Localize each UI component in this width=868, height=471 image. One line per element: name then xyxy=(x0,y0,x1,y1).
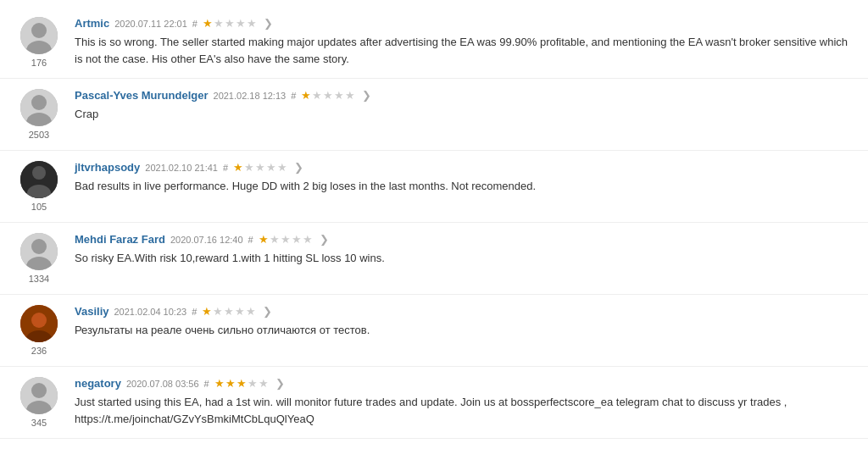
star-icon: ★ xyxy=(281,233,291,246)
star-rating: ★★★★★ xyxy=(214,377,269,390)
star-icon: ★ xyxy=(292,233,302,246)
share-icon[interactable]: ❯ xyxy=(294,161,303,174)
svg-point-13 xyxy=(31,313,47,328)
share-icon[interactable]: ❯ xyxy=(362,89,371,102)
review-date: 2021.02.04 10:23 xyxy=(114,307,186,317)
review-text: Результаты на реале очень сильно отличаю… xyxy=(75,322,854,339)
star-icon: ★ xyxy=(202,305,212,318)
reviewer-name: jltvrhapsody xyxy=(75,161,140,174)
share-icon[interactable]: ❯ xyxy=(263,305,272,318)
share-icon[interactable]: ❯ xyxy=(264,17,273,30)
review-header: jltvrhapsody 2021.02.10 21:41 # ★★★★★ ❯ xyxy=(75,161,854,174)
reviewer-name: Vasiliy xyxy=(75,305,108,318)
svg-point-4 xyxy=(31,95,47,110)
avatar-col: 105 xyxy=(14,161,64,212)
star-rating: ★★★★★ xyxy=(203,17,257,30)
star-rating: ★★★★★ xyxy=(233,161,287,174)
avatar-col: 236 xyxy=(14,305,64,356)
review-date: 2020.07.16 12:40 xyxy=(170,235,243,245)
share-icon[interactable]: ❯ xyxy=(320,233,329,246)
review-header: negatory 2020.07.08 03:56 # ★★★★★ ❯ xyxy=(75,377,854,390)
review-body: jltvrhapsody 2021.02.10 21:41 # ★★★★★ ❯ … xyxy=(64,161,854,195)
avatar-col: 1334 xyxy=(14,233,64,284)
review-hash: # xyxy=(291,91,296,101)
star-icon: ★ xyxy=(236,377,247,390)
star-icon: ★ xyxy=(225,17,235,30)
review-header: Vasiliy 2021.02.04 10:23 # ★★★★★ ❯ xyxy=(75,305,854,318)
reviewer-name: Pascal-Yves Murundelger xyxy=(75,89,209,102)
avatar-count: 236 xyxy=(31,346,47,356)
review-date: 2020.07.11 22:01 xyxy=(114,19,187,29)
star-icon: ★ xyxy=(235,305,245,318)
avatar xyxy=(20,305,58,342)
star-icon: ★ xyxy=(312,89,322,102)
svg-point-16 xyxy=(31,383,47,398)
avatar xyxy=(20,233,58,270)
avatar-col: 345 xyxy=(14,377,64,428)
review-item: 345 negatory 2020.07.08 03:56 # ★★★★★ ❯ … xyxy=(0,367,868,439)
review-hash: # xyxy=(192,19,198,29)
review-text: This is so wrong. The seller started mak… xyxy=(75,34,854,67)
review-date: 2021.02.10 21:41 xyxy=(145,163,218,173)
star-icon: ★ xyxy=(301,89,311,102)
review-text: Bad results in live performance. Huge DD… xyxy=(75,178,854,195)
avatar-count: 345 xyxy=(31,418,47,428)
review-date: 2021.02.18 12:13 xyxy=(214,91,287,101)
reviewer-name: Mehdi Faraz Fard xyxy=(75,233,165,246)
review-body: Mehdi Faraz Fard 2020.07.16 12:40 # ★★★★… xyxy=(64,233,854,267)
star-icon: ★ xyxy=(224,305,234,318)
star-icon: ★ xyxy=(345,89,355,102)
star-icon: ★ xyxy=(233,161,243,174)
star-icon: ★ xyxy=(323,89,333,102)
star-icon: ★ xyxy=(255,161,265,174)
star-icon: ★ xyxy=(248,377,258,390)
star-icon: ★ xyxy=(334,89,344,102)
svg-point-10 xyxy=(31,239,47,254)
star-rating: ★★★★★ xyxy=(259,233,313,246)
star-icon: ★ xyxy=(214,377,225,390)
review-header: Artmic 2020.07.11 22:01 # ★★★★★ ❯ xyxy=(75,17,854,30)
star-rating: ★★★★★ xyxy=(301,89,355,102)
star-icon: ★ xyxy=(259,233,269,246)
review-text: Just started using this EA, had a 1st wi… xyxy=(75,394,854,427)
review-item: 176 Artmic 2020.07.11 22:01 # ★★★★★ ❯ Th… xyxy=(0,7,868,79)
star-icon: ★ xyxy=(270,233,280,246)
star-icon: ★ xyxy=(236,17,246,30)
review-body: negatory 2020.07.08 03:56 # ★★★★★ ❯ Just… xyxy=(64,377,854,427)
star-icon: ★ xyxy=(246,305,256,318)
review-date: 2020.07.08 03:56 xyxy=(126,379,199,389)
svg-point-7 xyxy=(32,166,46,180)
avatar xyxy=(20,89,58,126)
avatar xyxy=(20,17,58,54)
star-icon: ★ xyxy=(214,17,224,30)
star-icon: ★ xyxy=(247,17,257,30)
share-icon[interactable]: ❯ xyxy=(275,377,285,390)
avatar-col: 2503 xyxy=(14,89,64,140)
review-text: So risky EA.With risk 10,reward 1.with 1… xyxy=(75,250,854,267)
reviewer-name: Artmic xyxy=(75,17,109,30)
star-icon: ★ xyxy=(277,161,287,174)
review-hash: # xyxy=(192,307,197,317)
review-text: Crap xyxy=(75,106,854,123)
star-icon: ★ xyxy=(213,305,223,318)
avatar-count: 1334 xyxy=(29,274,49,284)
review-item: 105 jltvrhapsody 2021.02.10 21:41 # ★★★★… xyxy=(0,151,868,223)
review-body: Pascal-Yves Murundelger 2021.02.18 12:13… xyxy=(64,89,854,123)
review-body: Artmic 2020.07.11 22:01 # ★★★★★ ❯ This i… xyxy=(64,17,854,67)
star-icon: ★ xyxy=(259,377,269,390)
avatar-count: 2503 xyxy=(29,130,49,140)
review-item: 2503 Pascal-Yves Murundelger 2021.02.18 … xyxy=(0,79,868,151)
review-item: 236 Vasiliy 2021.02.04 10:23 # ★★★★★ ❯ Р… xyxy=(0,295,868,367)
review-header: Pascal-Yves Murundelger 2021.02.18 12:13… xyxy=(75,89,854,102)
svg-point-1 xyxy=(31,23,47,38)
avatar xyxy=(20,377,58,414)
review-header: Mehdi Faraz Fard 2020.07.16 12:40 # ★★★★… xyxy=(75,233,854,246)
reviews-container: 176 Artmic 2020.07.11 22:01 # ★★★★★ ❯ Th… xyxy=(0,0,868,446)
review-hash: # xyxy=(204,379,209,389)
star-icon: ★ xyxy=(203,17,213,30)
star-icon: ★ xyxy=(225,377,236,390)
review-body: Vasiliy 2021.02.04 10:23 # ★★★★★ ❯ Резул… xyxy=(64,305,854,339)
review-hash: # xyxy=(223,163,228,173)
star-rating: ★★★★★ xyxy=(202,305,256,318)
review-item: 1334 Mehdi Faraz Fard 2020.07.16 12:40 #… xyxy=(0,223,868,295)
